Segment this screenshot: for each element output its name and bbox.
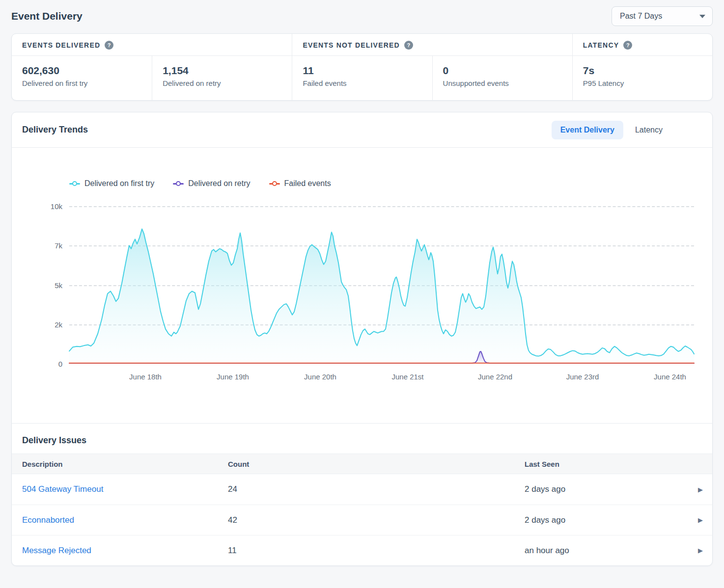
stat-value: 1,154 (163, 65, 281, 77)
issue-link[interactable]: 504 Gateway Timeout (12, 484, 218, 494)
y-axis-tick: 7k (55, 241, 62, 250)
stat-unsupported-events: 0 Unsupported events (432, 56, 572, 100)
stat-label: Unsupported events (443, 79, 562, 87)
stats-group-events-not-delivered: EVENTS NOT DELIVERED ? (292, 34, 572, 55)
stat-delivered-retry: 1,154 Delivered on retry (152, 56, 292, 100)
legend-marker-icon (69, 181, 80, 187)
group-label: EVENTS NOT DELIVERED (303, 41, 399, 49)
group-label: EVENTS DELIVERED (22, 41, 100, 49)
stat-delivered-first-try: 602,630 Delivered on first try (12, 56, 152, 100)
chevron-down-icon (699, 15, 705, 18)
trends-tabs: Event Delivery Latency (552, 121, 671, 139)
trend-chart-svg (69, 206, 694, 364)
issue-last-seen: 2 days ago (514, 484, 689, 494)
chart-legend: Delivered on first try Delivered on retr… (69, 179, 712, 188)
stat-label: Delivered on first try (22, 79, 141, 87)
y-axis-tick: 2k (55, 321, 62, 329)
legend-marker-icon (173, 181, 184, 187)
legend-item-failed[interactable]: Failed events (269, 179, 331, 188)
chevron-right-icon[interactable]: ▶ (689, 486, 712, 493)
x-axis-tick: June 19th (217, 373, 249, 381)
chevron-right-icon[interactable]: ▶ (689, 516, 712, 524)
issue-link[interactable]: Econnaborted (12, 515, 218, 525)
help-icon[interactable]: ? (623, 41, 632, 50)
stat-failed-events: 11 Failed events (292, 56, 432, 100)
stat-value: 11 (303, 65, 421, 77)
tab-event-delivery[interactable]: Event Delivery (552, 121, 623, 139)
delivery-issues-header: Delivery Issues (12, 424, 712, 454)
x-axis-tick: June 24th (654, 373, 686, 381)
issue-count: 11 (218, 546, 514, 556)
delivery-trends-chart: Delivered on first try Delivered on retr… (12, 148, 712, 423)
x-axis-tick: June 20th (304, 373, 336, 381)
x-axis-tick: June 21st (391, 373, 423, 381)
stats-values-row: 602,630 Delivered on first try 1,154 Del… (12, 56, 712, 100)
table-row[interactable]: Econnaborted 42 2 days ago ▶ (12, 505, 712, 535)
delivery-issues-title: Delivery Issues (22, 435, 702, 446)
page-title: Event Delivery (11, 10, 83, 22)
stat-value: 7s (583, 65, 702, 77)
stat-p95-latency: 7s P95 Latency (572, 56, 712, 100)
table-row[interactable]: 504 Gateway Timeout 24 2 days ago ▶ (12, 474, 712, 505)
y-axis-tick: 0 (58, 360, 62, 368)
x-axis-tick: June 23rd (566, 373, 599, 381)
stat-label: P95 Latency (583, 79, 702, 87)
issues-table-header: Description Count Last Seen (12, 454, 712, 474)
x-axis-tick: June 18th (129, 373, 162, 381)
legend-item-retry[interactable]: Delivered on retry (173, 179, 250, 188)
stat-label: Delivered on retry (163, 79, 281, 87)
issue-count: 42 (218, 515, 514, 525)
group-label: LATENCY (583, 41, 619, 49)
tab-latency[interactable]: Latency (626, 121, 671, 139)
trends-and-issues-card: Delivery Trends Event Delivery Latency D… (11, 112, 713, 566)
top-bar: Event Delivery Past 7 Days (0, 0, 724, 28)
help-icon[interactable]: ? (404, 41, 413, 50)
issue-count: 24 (218, 484, 514, 494)
legend-item-first-try[interactable]: Delivered on first try (69, 179, 154, 188)
stat-label: Failed events (303, 79, 421, 87)
chart-plot-area: 10k 7k 5k 2k 0 (69, 206, 694, 364)
y-axis-tick: 10k (51, 202, 62, 211)
delivery-trends-header: Delivery Trends Event Delivery Latency (12, 112, 712, 148)
delivery-trends-title: Delivery Trends (22, 125, 88, 135)
y-axis-tick: 5k (55, 281, 62, 290)
stat-value: 602,630 (22, 65, 141, 77)
legend-label: Failed events (284, 179, 331, 188)
legend-marker-icon (269, 181, 280, 187)
legend-label: Delivered on retry (188, 179, 250, 188)
issue-link[interactable]: Message Rejected (12, 546, 218, 556)
table-row[interactable]: Message Rejected 11 an hour ago ▶ (12, 535, 712, 565)
stats-group-latency: LATENCY ? (572, 34, 712, 55)
issue-last-seen: an hour ago (514, 546, 689, 556)
x-axis-tick: June 22nd (478, 373, 512, 381)
stats-header-row: EVENTS DELIVERED ? EVENTS NOT DELIVERED … (12, 34, 712, 56)
legend-label: Delivered on first try (84, 179, 154, 188)
event-delivery-page: Event Delivery Past 7 Days EVENTS DELIVE… (0, 0, 724, 588)
column-header-count: Count (218, 460, 514, 468)
stat-value: 0 (443, 65, 562, 77)
time-range-dropdown[interactable]: Past 7 Days (612, 6, 713, 26)
help-icon[interactable]: ? (105, 41, 113, 50)
time-range-value: Past 7 Days (620, 12, 662, 21)
column-header-description: Description (12, 460, 218, 468)
issue-last-seen: 2 days ago (514, 515, 689, 525)
chevron-right-icon[interactable]: ▶ (689, 547, 712, 554)
column-header-last-seen: Last Seen (514, 460, 712, 468)
stats-card: EVENTS DELIVERED ? EVENTS NOT DELIVERED … (11, 33, 713, 101)
stats-group-events-delivered: EVENTS DELIVERED ? (12, 34, 292, 55)
